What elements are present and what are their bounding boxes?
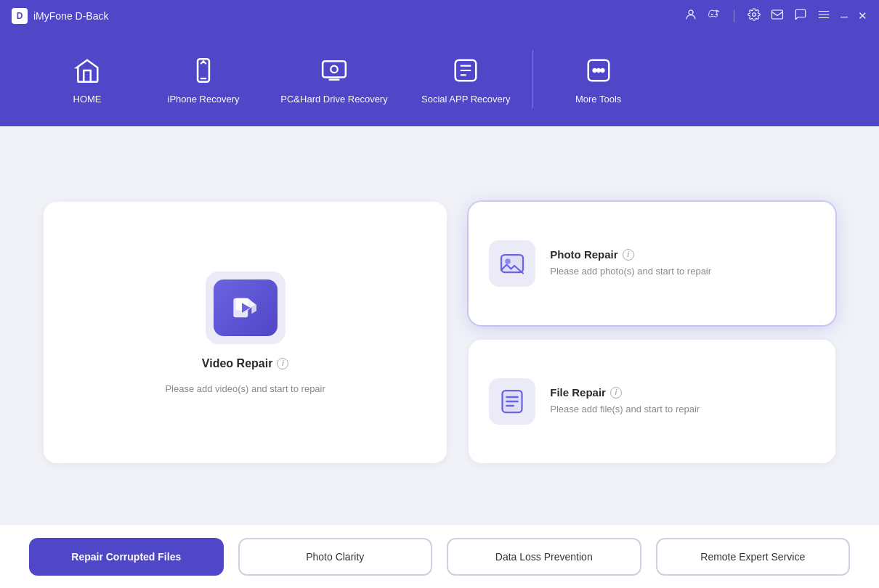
nav-divider [532, 50, 533, 108]
nav-more-label: More Tools [575, 94, 621, 105]
svg-point-1 [753, 13, 756, 17]
nav-social-label: Social APP Recovery [421, 94, 511, 105]
file-repair-icon-bg [489, 378, 535, 425]
file-repair-title-row: File Repair i [550, 386, 700, 399]
divider [734, 9, 734, 23]
nav-home[interactable]: HOME [29, 47, 145, 112]
cards-container: Video Repair i Please add video(s) and s… [44, 155, 835, 510]
nav-pc-recovery[interactable]: PC&Hard Drive Recovery [262, 47, 407, 112]
nav-more-tools[interactable]: More Tools [540, 47, 657, 112]
minimize-button[interactable]: – [840, 9, 848, 23]
bottom-bar: Repair Corrupted Files Photo Clarity Dat… [0, 524, 879, 588]
close-button[interactable]: ✕ [858, 9, 867, 23]
video-repair-info[interactable]: i [277, 358, 288, 369]
svg-rect-2 [771, 10, 782, 19]
video-repair-title-row: Video Repair i [202, 357, 289, 370]
svg-point-12 [597, 69, 600, 72]
right-cards: Photo Repair i Please add photo(s) and s… [469, 202, 835, 463]
mail-icon[interactable] [771, 8, 784, 24]
chat-icon[interactable] [794, 8, 807, 24]
nav-social-recovery[interactable]: Social APP Recovery [407, 47, 525, 112]
menu-icon[interactable] [817, 8, 830, 24]
nav-bar: HOME iPhone Recovery PC&Hard Drive Recov… [0, 32, 879, 126]
svg-point-0 [689, 10, 693, 15]
social-icon [450, 54, 482, 86]
file-repair-info[interactable]: i [610, 387, 622, 399]
repair-corrupted-button[interactable]: Repair Corrupted Files [29, 538, 224, 576]
more-tools-icon [583, 54, 615, 86]
video-repair-title: Video Repair [202, 357, 273, 370]
app-title: iMyFone D-Back [33, 10, 108, 22]
video-icon-bg [206, 271, 285, 344]
file-repair-text: File Repair i Please add file(s) and sta… [550, 386, 700, 416]
video-play-icon [231, 293, 260, 322]
home-icon [71, 54, 103, 86]
svg-point-13 [601, 69, 604, 72]
nav-iphone-label: iPhone Recovery [168, 94, 240, 105]
person-icon[interactable] [684, 8, 697, 24]
main-content: Video Repair i Please add video(s) and s… [0, 126, 879, 524]
photo-icon [499, 250, 525, 277]
photo-repair-text: Photo Repair i Please add photo(s) and s… [550, 248, 711, 278]
pc-icon [318, 54, 350, 86]
video-repair-desc: Please add video(s) and start to repair [165, 383, 325, 394]
app-title-group: D iMyFone D-Back [12, 8, 108, 24]
svg-point-18 [505, 258, 511, 264]
photo-repair-icon-bg [489, 240, 535, 287]
photo-repair-title-row: Photo Repair i [550, 248, 711, 261]
video-icon-inner [214, 279, 278, 336]
discord-icon[interactable] [708, 8, 721, 24]
file-repair-title: File Repair [550, 386, 606, 399]
settings-icon[interactable] [748, 8, 761, 24]
video-repair-card[interactable]: Video Repair i Please add video(s) and s… [44, 202, 447, 463]
svg-point-8 [331, 65, 338, 73]
file-repair-card[interactable]: File Repair i Please add file(s) and sta… [469, 340, 835, 463]
svg-point-11 [593, 69, 596, 72]
remote-expert-button[interactable]: Remote Expert Service [656, 538, 851, 576]
title-bar: D iMyFone D-Back – ✕ [0, 0, 879, 32]
nav-home-label: HOME [73, 94, 102, 105]
photo-repair-info[interactable]: i [623, 249, 634, 261]
data-loss-button[interactable]: Data Loss Prevention [447, 538, 641, 576]
app-logo: D [12, 8, 28, 24]
file-repair-desc: Please add file(s) and start to repair [550, 403, 700, 416]
iphone-icon [187, 54, 219, 86]
photo-repair-card[interactable]: Photo Repair i Please add photo(s) and s… [469, 202, 835, 325]
file-icon [499, 388, 525, 415]
photo-repair-title: Photo Repair [550, 248, 617, 261]
photo-repair-desc: Please add photo(s) and start to repair [550, 265, 711, 278]
svg-rect-7 [323, 61, 346, 77]
nav-iphone-recovery[interactable]: iPhone Recovery [145, 47, 262, 112]
nav-pc-label: PC&Hard Drive Recovery [280, 94, 387, 105]
titlebar-actions: – ✕ [684, 8, 867, 24]
photo-clarity-button[interactable]: Photo Clarity [238, 538, 433, 576]
